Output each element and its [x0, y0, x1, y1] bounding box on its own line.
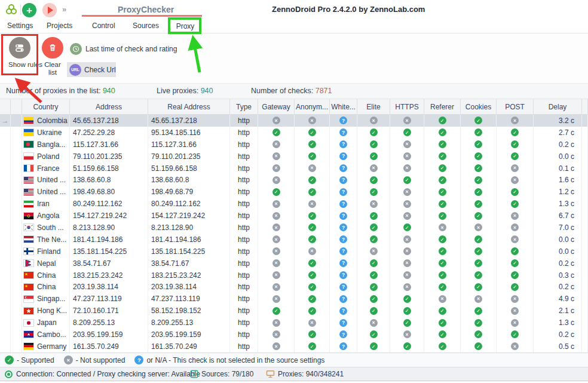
- country-cell: Singap...: [22, 293, 70, 305]
- na-icon: ?: [339, 188, 347, 196]
- last-time-toggle[interactable]: Last time of check and rating: [70, 43, 177, 55]
- anonym-cell: ✓: [295, 258, 330, 269]
- row-indicator-cell: [0, 258, 11, 269]
- supported-icon: ✓: [474, 342, 482, 350]
- column-header-address[interactable]: Address: [70, 99, 148, 115]
- https-cell: ×: [390, 234, 424, 246]
- table-row[interactable]: Cambo...203.95.199.159203.95.199.159http…: [0, 329, 588, 341]
- column-header-post[interactable]: POST: [497, 99, 534, 115]
- column-header-elite[interactable]: Elite: [357, 99, 390, 115]
- not-supported-icon: ×: [272, 140, 280, 148]
- table-row[interactable]: Bangla...115.127.31.66115.127.31.66http×…: [0, 139, 588, 151]
- post-cell: ×: [497, 305, 534, 317]
- table-row[interactable]: South ...8.213.128.908.213.128.90http×✓?…: [0, 222, 588, 234]
- add-button[interactable]: +: [22, 3, 36, 17]
- supported-icon: ✓: [308, 283, 316, 291]
- flag-icon-us: [24, 177, 33, 183]
- column-header-gateway[interactable]: Gateway: [258, 99, 295, 115]
- row-select-cell: [11, 246, 22, 258]
- gateway-cell: ×: [258, 174, 295, 186]
- tab-proxy[interactable]: Proxy: [170, 18, 201, 33]
- delay-cell: 0.2 c: [534, 139, 582, 151]
- table-row[interactable]: Angola154.127.219.242154.127.219.242http…: [0, 210, 588, 222]
- country-name: Poland: [37, 152, 59, 161]
- referer-cell: ✓: [424, 234, 461, 246]
- country-name: Hong K...: [37, 307, 67, 315]
- column-header-referer[interactable]: Referer: [424, 99, 461, 115]
- table-row[interactable]: Finland135.181.154.225135.181.154.225htt…: [0, 246, 588, 258]
- supported-icon: ✓: [511, 140, 519, 148]
- table-row[interactable]: Iran80.249.112.16280.249.112.162http××?×…: [0, 198, 588, 210]
- column-header-white[interactable]: White...: [330, 99, 357, 115]
- module-title: ProxyChecker: [118, 5, 174, 14]
- table-row[interactable]: United ...138.68.60.8138.68.60.8http×✓?✓…: [0, 174, 588, 186]
- tab-settings[interactable]: Settings: [5, 18, 35, 33]
- clear-list-button[interactable]: Clearlist: [42, 37, 63, 76]
- not-supported-icon: ×: [370, 117, 378, 124]
- table-row[interactable]: Ukraine47.252.29.2895.134.185.116http✓✓?…: [0, 127, 588, 139]
- supported-icon: ✓: [439, 319, 446, 327]
- country-name: South ...: [37, 223, 64, 232]
- table-row[interactable]: →Colombia45.65.137.21845.65.137.218http×…: [0, 115, 588, 127]
- tab-control[interactable]: Control: [90, 18, 118, 33]
- post-cell: ✓: [497, 329, 534, 341]
- elite-cell: ✓: [357, 281, 390, 293]
- table-row[interactable]: Japan8.209.255.138.209.255.13http××?×✓✓✓…: [0, 317, 588, 329]
- more-chevrons-icon[interactable]: »: [62, 5, 67, 14]
- supported-icon: ✓: [272, 188, 280, 196]
- flag-icon-ua: [24, 129, 33, 136]
- table-row[interactable]: Germany161.35.70.249161.35.70.249http×✓?…: [0, 341, 588, 353]
- delay-cell: 0.0 c: [534, 234, 582, 246]
- column-header-blank-1[interactable]: [11, 99, 22, 115]
- na-icon: ?: [339, 176, 347, 184]
- column-header-cookies[interactable]: Cookies: [461, 99, 497, 115]
- not-supported-icon: ×: [272, 319, 280, 327]
- column-header-blank-0[interactable]: [0, 99, 11, 115]
- table-row[interactable]: Singap...47.237.113.11947.237.113.119htt…: [0, 293, 588, 305]
- not-supported-icon: ×: [272, 152, 280, 160]
- delay-cell: 6.7 c: [534, 210, 582, 222]
- white-cell: ?: [330, 127, 357, 139]
- referer-cell: ✓: [424, 317, 461, 329]
- real-address-cell: 161.35.70.249: [148, 341, 230, 353]
- table-row[interactable]: United ...198.49.68.80198.49.68.79http✓✓…: [0, 186, 588, 198]
- address-cell: 154.127.219.242: [70, 210, 148, 222]
- table-row[interactable]: China183.215.23.242183.215.23.242http×✓?…: [0, 269, 588, 281]
- supported-icon: ✓: [439, 307, 446, 315]
- address-cell: 135.181.154.225: [70, 246, 148, 258]
- tab-projects[interactable]: Projects: [44, 18, 75, 33]
- country-cell: The Ne...: [22, 234, 70, 246]
- column-header-delay[interactable]: Delay: [534, 99, 582, 115]
- na-icon: ?: [339, 140, 347, 148]
- supported-icon: ✓: [370, 235, 378, 243]
- elite-cell: ✓: [357, 151, 390, 163]
- table-row[interactable]: Poland79.110.201.23579.110.201.235http×✓…: [0, 151, 588, 163]
- column-header-https[interactable]: HTTPS: [390, 99, 424, 115]
- not-supported-icon: ×: [308, 164, 316, 172]
- country-cell: Angola: [22, 210, 70, 222]
- supported-icon: ✓: [474, 188, 482, 196]
- table-row[interactable]: The Ne...181.41.194.186181.41.194.186htt…: [0, 234, 588, 246]
- table-row[interactable]: Nepal38.54.71.6738.54.71.67http×✓?✓×✓✓✓0…: [0, 258, 588, 269]
- table-row[interactable]: China203.19.38.114203.19.38.114http×✓?✓×…: [0, 281, 588, 293]
- table-row[interactable]: Hong K...72.10.160.17158.152.198.152http…: [0, 305, 588, 317]
- check-url-button[interactable]: URL Check Url: [67, 62, 116, 77]
- supported-icon: ✓: [439, 188, 446, 196]
- not-supported-icon: ×: [272, 271, 280, 279]
- row-select-cell: [11, 139, 22, 151]
- row-indicator-cell: [0, 341, 11, 353]
- row-indicator-cell: [0, 305, 11, 317]
- address-cell: 115.127.31.66: [70, 139, 148, 151]
- table-row[interactable]: France51.159.66.15851.159.66.158http××?×…: [0, 163, 588, 174]
- show-rules-button[interactable]: Show rules: [8, 37, 31, 69]
- column-header-real-address[interactable]: Real Address: [148, 99, 230, 115]
- column-header-anonym[interactable]: Anonym...: [295, 99, 330, 115]
- cookies-cell: ✓: [461, 234, 497, 246]
- column-header-type[interactable]: Type: [230, 99, 258, 115]
- play-button[interactable]: [42, 3, 57, 17]
- column-header-country[interactable]: Country: [22, 99, 70, 115]
- tab-sources[interactable]: Sources: [130, 18, 161, 33]
- gateway-cell: ×: [258, 222, 295, 234]
- tab-bar: Settings Projects Control Sources Proxy: [0, 18, 588, 33]
- not-supported-icon: ×: [370, 164, 378, 172]
